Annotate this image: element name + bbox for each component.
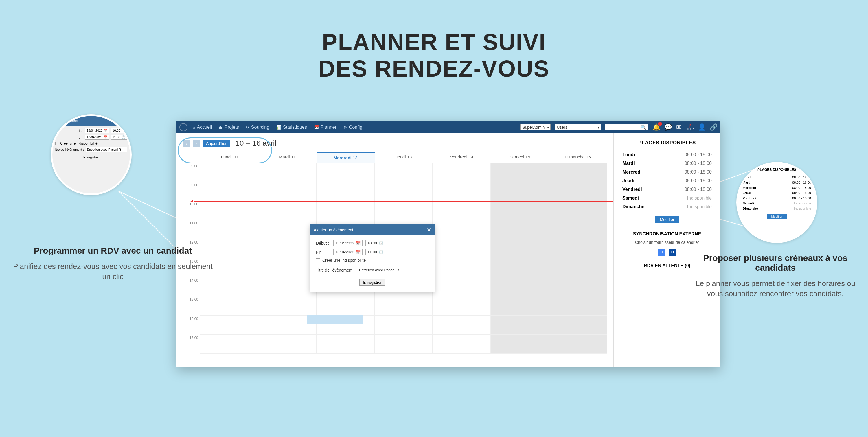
chat-icon[interactable]: 💬 — [664, 124, 672, 131]
nav-projets[interactable]: 🖿Projets — [219, 125, 239, 130]
mail-icon[interactable]: ✉ — [676, 124, 681, 131]
nav-config[interactable]: ⚙Config — [343, 125, 362, 130]
calendar-slot[interactable] — [258, 258, 316, 277]
calendar-slot[interactable] — [433, 258, 491, 277]
app-logo-icon[interactable] — [179, 123, 187, 131]
calendar-slot[interactable] — [491, 296, 549, 315]
calendar-slot[interactable] — [375, 163, 433, 182]
calendar-slot[interactable] — [433, 182, 491, 201]
selected-slot-wed[interactable] — [307, 315, 363, 324]
modal-close-button[interactable]: ✕ — [427, 227, 431, 233]
calendar-slot[interactable] — [316, 335, 375, 354]
calendar-slot[interactable] — [258, 182, 316, 201]
calendar-slot[interactable] — [549, 163, 607, 182]
calendar-slot[interactable] — [549, 315, 607, 335]
calendar-slot[interactable] — [433, 315, 491, 335]
unavailability-checkbox[interactable] — [316, 258, 320, 262]
zoom-end-date[interactable]: 13/04/2023📅 — [85, 135, 109, 140]
end-date-input[interactable]: 13/04/2023📅 — [333, 249, 363, 255]
calendar-slot[interactable] — [200, 335, 258, 354]
calendar-slot[interactable] — [200, 220, 258, 239]
calendar-slot[interactable] — [375, 182, 433, 201]
nav-accueil[interactable]: ⌂Accueil — [193, 125, 212, 130]
calendar-slot[interactable] — [433, 239, 491, 258]
calendar-slot[interactable] — [549, 335, 607, 354]
help-icon[interactable]: ❓HELP — [685, 124, 694, 130]
zoom-end-time[interactable]: 11:00🕒 — [111, 135, 127, 140]
calendar-slot[interactable] — [549, 239, 607, 258]
calendar-slot[interactable] — [491, 220, 549, 239]
calendar-slot[interactable] — [200, 296, 258, 315]
calendar-slot[interactable] — [375, 315, 433, 335]
calendar-slot[interactable] — [258, 201, 316, 220]
end-time-input[interactable]: 11:00🕒 — [365, 249, 385, 255]
outlook-icon[interactable]: O — [669, 249, 676, 256]
search-input[interactable]: 🔍 — [605, 124, 648, 130]
zoom-start-time[interactable]: 10:30🕒 — [111, 128, 127, 133]
zoom-title-input[interactable]: Entretien avec Pascal R — [86, 147, 127, 152]
calendar-slot[interactable] — [258, 335, 316, 354]
day-header[interactable]: Lundi 10 — [200, 152, 258, 163]
avatar-icon[interactable]: 👤 — [698, 124, 706, 131]
day-header[interactable]: Dimanche 16 — [549, 152, 607, 163]
zoom-save-button[interactable]: Enregistrer — [80, 155, 102, 160]
calendar-slot[interactable] — [316, 296, 375, 315]
calendar-slot[interactable] — [491, 182, 549, 201]
day-header[interactable]: Mercredi 12 — [316, 152, 375, 163]
calendar-slot[interactable] — [433, 296, 491, 315]
calendar-slot[interactable] — [258, 296, 316, 315]
zoom-checkbox[interactable] — [55, 142, 58, 145]
calendar-slot[interactable] — [258, 277, 316, 296]
calendar-slot[interactable] — [491, 335, 549, 354]
calendar-slot[interactable] — [258, 220, 316, 239]
calendar-slot[interactable] — [316, 201, 375, 220]
user-role-select[interactable]: SuperAdmin — [520, 124, 551, 130]
calendar-slot[interactable] — [316, 163, 375, 182]
calendar-slot[interactable] — [549, 258, 607, 277]
calendar-slot[interactable] — [491, 163, 549, 182]
start-date-input[interactable]: 13/04/2023📅 — [333, 240, 363, 246]
day-header[interactable]: Vendredi 14 — [433, 152, 491, 163]
save-event-button[interactable]: Enregistrer — [359, 279, 385, 286]
modify-plages-button[interactable]: Modifier — [655, 216, 680, 223]
users-select[interactable]: Users — [555, 124, 601, 130]
nav-sourcing[interactable]: ⟳Sourcing — [246, 125, 269, 130]
calendar-slot[interactable] — [433, 277, 491, 296]
calendar-slot[interactable] — [200, 163, 258, 182]
today-button[interactable]: Aujourd'hui — [203, 140, 230, 147]
next-week-button[interactable]: › — [193, 140, 199, 147]
calendar-slot[interactable] — [258, 163, 316, 182]
calendar-slot[interactable] — [433, 201, 491, 220]
start-time-input[interactable]: 10:30🕒 — [365, 240, 385, 246]
google-calendar-icon[interactable]: 31 — [658, 249, 665, 256]
calendar-slot[interactable] — [491, 315, 549, 335]
calendar-slot[interactable] — [200, 315, 258, 335]
calendar-slot[interactable] — [375, 201, 433, 220]
calendar-slot[interactable] — [433, 220, 491, 239]
calendar-slot[interactable] — [433, 335, 491, 354]
calendar-slot[interactable] — [375, 296, 433, 315]
day-header[interactable]: Jeudi 13 — [375, 152, 433, 163]
calendar-slot[interactable] — [433, 163, 491, 182]
prev-week-button[interactable]: ‹ — [183, 140, 190, 147]
zoom-modify-button[interactable]: Modifier — [767, 214, 786, 219]
calendar-slot[interactable] — [316, 182, 375, 201]
nav-planner[interactable]: 📅Planner — [314, 125, 337, 130]
calendar-slot[interactable] — [258, 239, 316, 258]
calendar-slot[interactable] — [549, 277, 607, 296]
calendar-slot[interactable] — [549, 182, 607, 201]
calendar-slot[interactable] — [491, 201, 549, 220]
event-title-input[interactable]: Entretien avec Pascal R — [357, 267, 429, 273]
sync-icon[interactable]: 🔗 — [710, 124, 717, 131]
nav-statistiques[interactable]: 📊Statistiques — [276, 125, 307, 130]
calendar-slot[interactable] — [549, 296, 607, 315]
calendar-slot[interactable] — [549, 220, 607, 239]
calendar-slot[interactable] — [491, 258, 549, 277]
day-header[interactable]: Mardi 11 — [258, 152, 316, 163]
calendar-slot[interactable] — [491, 277, 549, 296]
zoom-start-date[interactable]: 13/04/2023📅 — [85, 128, 109, 133]
day-header[interactable]: Samedi 15 — [491, 152, 549, 163]
calendar-slot[interactable] — [200, 182, 258, 201]
bell-icon[interactable]: 🔔 — [652, 124, 660, 131]
calendar-slot[interactable] — [375, 335, 433, 354]
